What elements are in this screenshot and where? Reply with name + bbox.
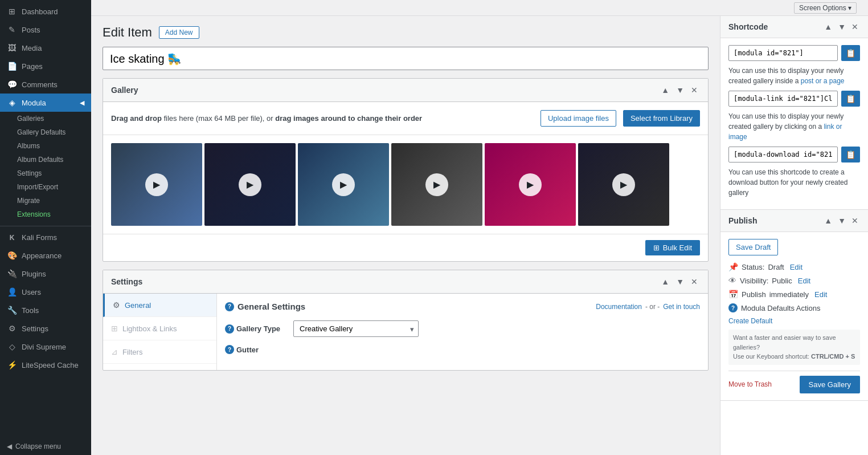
sidebar-item-posts[interactable]: ✎ Posts — [0, 21, 91, 39]
select-from-library-button[interactable]: Select from Library — [623, 110, 700, 127]
copy-shortcode-2-button[interactable]: 📋 — [841, 91, 860, 107]
settings-links: Documentation - or - Get in touch — [596, 303, 700, 311]
settings-layout: ⚙ General ⊞ Lightbox & Links ⊿ Filters — [103, 294, 708, 370]
shortcode-panel-up-button[interactable]: ▲ — [822, 22, 834, 32]
plugins-icon: 🔌 — [7, 269, 17, 278]
sidebar-sub-import-export[interactable]: Import/Export — [0, 180, 91, 194]
sidebar-item-modula[interactable]: ◈ Modula ◀ — [0, 94, 91, 112]
create-default-link[interactable]: Create Default — [728, 317, 860, 325]
gallery-item[interactable]: ▶ — [298, 143, 389, 226]
settings-tab-lightbox[interactable]: ⊞ Lightbox & Links — [103, 317, 216, 340]
settings-panel-down-button[interactable]: ▼ — [674, 276, 686, 287]
tools-icon: 🔧 — [7, 306, 17, 315]
gallery-panel-header: Gallery ▲ ▼ ✕ — [103, 79, 708, 102]
post-or-page-link[interactable]: post or a page — [801, 77, 845, 85]
collapse-menu-button[interactable]: ◀ Collapse menu — [0, 438, 91, 455]
copy-shortcode-3-button[interactable]: 📋 — [841, 147, 860, 162]
sidebar-sub-albums[interactable]: Albums — [0, 139, 91, 153]
sidebar: ⊞ Dashboard ✎ Posts 🖼 Media 📄 Pages 💬 Co… — [0, 0, 91, 455]
sidebar-item-appearance[interactable]: 🎨 Appearance — [0, 246, 91, 265]
shortcode-panel: Shortcode ▲ ▼ ✕ 📋 You can use this to di… — [720, 16, 868, 210]
gallery-item[interactable]: ▶ — [111, 143, 202, 226]
shortcode-panel-down-button[interactable]: ▼ — [836, 22, 847, 32]
documentation-link[interactable]: Documentation — [596, 303, 642, 311]
publish-panel-title: Publish — [728, 216, 822, 225]
gallery-item[interactable]: ▶ — [578, 143, 669, 226]
sidebar-item-kali-forms[interactable]: K Kali Forms — [0, 229, 91, 246]
save-gallery-button[interactable]: Save Gallery — [800, 376, 860, 393]
gallery-upload-text: Drag and drop files here (max 64 MB per … — [111, 114, 534, 123]
sidebar-item-tools[interactable]: 🔧 Tools — [0, 301, 91, 319]
gallery-type-help-badge[interactable]: ? — [225, 324, 234, 334]
gallery-item-overlay-2: ▶ — [204, 143, 296, 226]
modula-defaults-help-badge[interactable]: ? — [728, 303, 738, 312]
get-in-touch-link[interactable]: Get in touch — [663, 303, 700, 311]
users-icon: 👤 — [7, 287, 17, 296]
gallery-item-overlay-3: ▶ — [298, 143, 389, 226]
sidebar-item-comments[interactable]: 💬 Comments — [0, 75, 91, 94]
sidebar-sub-extensions[interactable]: Extensions — [0, 208, 91, 221]
settings-panel-up-button[interactable]: ▲ — [659, 276, 672, 287]
publish-panel-header: Publish ▲ ▼ ✕ — [720, 210, 868, 232]
upload-image-files-button[interactable]: Upload image files — [541, 110, 616, 127]
shortcode-input-2[interactable] — [728, 91, 838, 107]
gallery-grid: ▶ ▶ ▶ — [103, 135, 708, 234]
gallery-panel-up-button[interactable]: ▲ — [659, 84, 672, 96]
gutter-label: ? Gutter — [225, 345, 293, 354]
publish-time-row: 📅 Publish immediately Edit — [728, 290, 860, 299]
gutter-help-badge[interactable]: ? — [225, 345, 234, 354]
add-new-button[interactable]: Add New — [159, 26, 199, 39]
sidebar-sub-gallery-defaults[interactable]: Gallery Defaults — [0, 125, 91, 139]
settings-tab-filters[interactable]: ⊿ Filters — [103, 340, 216, 364]
sidebar-sub-settings[interactable]: Settings — [0, 166, 91, 180]
topbar: Screen Options ▾ — [91, 0, 868, 16]
shortcode-panel-close-button[interactable]: ✕ — [850, 22, 860, 32]
modula-icon: ◈ — [7, 98, 17, 107]
move-to-trash-link[interactable]: Move to Trash — [728, 380, 772, 388]
save-draft-button[interactable]: Save Draft — [728, 239, 778, 255]
sidebar-sub-migrate[interactable]: Migrate — [0, 194, 91, 208]
publish-time-edit-link[interactable]: Edit — [814, 290, 827, 299]
sidebar-item-settings[interactable]: ⚙ Settings — [0, 319, 91, 338]
sidebar-sub-galleries[interactable]: Galleries — [0, 112, 91, 125]
screen-options-button[interactable]: Screen Options ▾ — [794, 2, 857, 14]
collapse-icon: ◀ — [7, 442, 12, 450]
status-row: 📌 Status: Draft Edit — [728, 262, 860, 271]
gallery-item[interactable]: ▶ — [485, 143, 576, 226]
settings-tab-general[interactable]: ⚙ General — [103, 294, 216, 317]
item-title-input[interactable] — [103, 47, 709, 70]
sidebar-item-pages[interactable]: 📄 Pages — [0, 57, 91, 75]
publish-panel-close-button[interactable]: ✕ — [850, 216, 860, 226]
help-badge[interactable]: ? — [225, 302, 234, 311]
sidebar-item-divi-supreme[interactable]: ◇ Divi Supreme — [0, 338, 91, 356]
gallery-type-select[interactable]: Creative Gallery Custom Grid Slider Maso… — [293, 320, 419, 337]
gallery-panel-down-button[interactable]: ▼ — [674, 84, 686, 96]
gallery-panel-close-button[interactable]: ✕ — [689, 84, 700, 96]
status-edit-link[interactable]: Edit — [790, 263, 803, 271]
sidebar-item-plugins[interactable]: 🔌 Plugins — [0, 265, 91, 283]
pages-icon: 📄 — [7, 62, 17, 71]
shortcode-desc-2: You can use this to display your newly c… — [728, 111, 860, 142]
settings-panel-close-button[interactable]: ✕ — [689, 276, 700, 287]
sidebar-item-media[interactable]: 🖼 Media — [0, 39, 91, 57]
link-or-image-link[interactable]: link or image — [728, 123, 842, 141]
gallery-item[interactable]: ▶ — [391, 143, 482, 226]
visibility-edit-link[interactable]: Edit — [798, 277, 810, 285]
sidebar-item-users[interactable]: 👤 Users — [0, 283, 91, 301]
shortcode-row-1: 📋 — [728, 45, 860, 61]
visibility-icon: 👁 — [728, 276, 736, 285]
sidebar-item-dashboard[interactable]: ⊞ Dashboard — [0, 2, 91, 21]
bulk-edit-button[interactable]: ⊞ Bulk Edit — [645, 240, 700, 255]
gallery-item[interactable]: ▶ — [204, 143, 296, 226]
publish-panel-down-button[interactable]: ▼ — [836, 216, 847, 226]
publish-panel-up-button[interactable]: ▲ — [822, 216, 834, 226]
shortcode-input-1[interactable] — [728, 45, 838, 61]
gallery-item-overlay-1: ▶ — [111, 143, 202, 226]
appearance-icon: 🎨 — [7, 251, 17, 260]
shortcode-input-3[interactable] — [728, 147, 838, 162]
media-icon: 🖼 — [7, 43, 17, 52]
modula-arrow-icon: ◀ — [80, 99, 84, 107]
sidebar-sub-album-defaults[interactable]: Album Defaults — [0, 153, 91, 166]
copy-shortcode-1-button[interactable]: 📋 — [841, 45, 860, 61]
sidebar-item-litespeed[interactable]: ⚡ LiteSpeed Cache — [0, 356, 91, 374]
